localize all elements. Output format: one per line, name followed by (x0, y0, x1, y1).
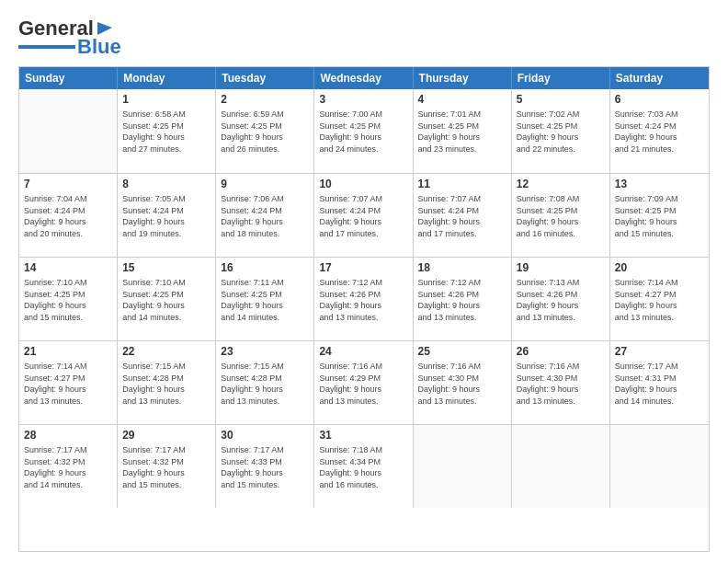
day-info: Sunrise: 7:18 AM Sunset: 4:34 PM Dayligh… (319, 444, 407, 490)
table-row: 28Sunrise: 7:17 AM Sunset: 4:32 PM Dayli… (19, 425, 118, 508)
day-info: Sunrise: 7:06 AM Sunset: 4:24 PM Dayligh… (221, 193, 309, 239)
table-row (610, 425, 709, 508)
table-row: 5Sunrise: 7:02 AM Sunset: 4:25 PM Daylig… (512, 89, 610, 173)
logo-bottom: Blue (18, 37, 121, 57)
day-number: 6 (615, 92, 704, 107)
day-number: 5 (517, 92, 605, 107)
calendar-body: 1Sunrise: 6:58 AM Sunset: 4:25 PM Daylig… (19, 89, 709, 508)
table-row (414, 425, 512, 508)
day-info: Sunrise: 7:09 AM Sunset: 4:25 PM Dayligh… (615, 193, 704, 239)
calendar-header: SundayMondayTuesdayWednesdayThursdayFrid… (19, 67, 709, 89)
day-info: Sunrise: 7:03 AM Sunset: 4:24 PM Dayligh… (615, 109, 704, 155)
day-info: Sunrise: 7:10 AM Sunset: 4:25 PM Dayligh… (122, 277, 210, 323)
day-number: 17 (319, 260, 407, 275)
table-row: 12Sunrise: 7:08 AM Sunset: 4:25 PM Dayli… (512, 174, 610, 257)
table-row: 17Sunrise: 7:12 AM Sunset: 4:26 PM Dayli… (314, 258, 413, 340)
day-info: Sunrise: 7:14 AM Sunset: 4:27 PM Dayligh… (24, 361, 112, 407)
day-number: 27 (615, 344, 704, 359)
calendar-week-4: 28Sunrise: 7:17 AM Sunset: 4:32 PM Dayli… (19, 424, 709, 508)
table-row: 31Sunrise: 7:18 AM Sunset: 4:34 PM Dayli… (314, 425, 413, 508)
calendar-week-0: 1Sunrise: 6:58 AM Sunset: 4:25 PM Daylig… (19, 89, 709, 173)
day-number: 1 (122, 92, 210, 107)
table-row (512, 425, 610, 508)
header-day-wednesday: Wednesday (314, 67, 413, 89)
logo-blue-text: Blue (77, 37, 121, 57)
day-info: Sunrise: 7:13 AM Sunset: 4:26 PM Dayligh… (517, 277, 605, 323)
day-info: Sunrise: 7:17 AM Sunset: 4:33 PM Dayligh… (221, 444, 309, 490)
day-info: Sunrise: 7:01 AM Sunset: 4:25 PM Dayligh… (418, 109, 506, 155)
table-row (19, 89, 118, 173)
header-day-friday: Friday (512, 67, 610, 89)
calendar-week-2: 14Sunrise: 7:10 AM Sunset: 4:25 PM Dayli… (19, 257, 709, 340)
table-row: 15Sunrise: 7:10 AM Sunset: 4:25 PM Dayli… (118, 258, 216, 340)
page: General Blue SundayMondayTuesdayWednesda… (0, 0, 728, 563)
day-number: 3 (319, 92, 407, 107)
day-number: 25 (418, 344, 506, 359)
calendar: SundayMondayTuesdayWednesdayThursdayFrid… (18, 66, 710, 552)
day-number: 18 (418, 260, 506, 275)
day-info: Sunrise: 7:16 AM Sunset: 4:29 PM Dayligh… (319, 361, 407, 407)
table-row: 9Sunrise: 7:06 AM Sunset: 4:24 PM Daylig… (216, 174, 314, 257)
day-info: Sunrise: 7:05 AM Sunset: 4:24 PM Dayligh… (122, 193, 210, 239)
header: General Blue (18, 17, 710, 57)
table-row: 18Sunrise: 7:12 AM Sunset: 4:26 PM Dayli… (414, 258, 512, 340)
table-row: 20Sunrise: 7:14 AM Sunset: 4:27 PM Dayli… (610, 258, 709, 340)
table-row: 7Sunrise: 7:04 AM Sunset: 4:24 PM Daylig… (19, 174, 118, 257)
header-day-tuesday: Tuesday (216, 67, 314, 89)
day-info: Sunrise: 7:10 AM Sunset: 4:25 PM Dayligh… (24, 277, 112, 323)
day-number: 14 (24, 260, 112, 275)
table-row: 1Sunrise: 6:58 AM Sunset: 4:25 PM Daylig… (118, 89, 216, 173)
table-row: 14Sunrise: 7:10 AM Sunset: 4:25 PM Dayli… (19, 258, 118, 340)
calendar-week-3: 21Sunrise: 7:14 AM Sunset: 4:27 PM Dayli… (19, 340, 709, 424)
table-row: 19Sunrise: 7:13 AM Sunset: 4:26 PM Dayli… (512, 258, 610, 340)
day-number: 9 (221, 177, 309, 191)
day-number: 26 (517, 344, 605, 359)
day-info: Sunrise: 7:17 AM Sunset: 4:32 PM Dayligh… (122, 444, 210, 490)
day-info: Sunrise: 7:12 AM Sunset: 4:26 PM Dayligh… (319, 277, 407, 323)
table-row: 11Sunrise: 7:07 AM Sunset: 4:24 PM Dayli… (414, 174, 512, 257)
table-row: 4Sunrise: 7:01 AM Sunset: 4:25 PM Daylig… (414, 89, 512, 173)
table-row: 3Sunrise: 7:00 AM Sunset: 4:25 PM Daylig… (314, 89, 413, 173)
header-day-monday: Monday (118, 67, 216, 89)
day-info: Sunrise: 7:07 AM Sunset: 4:24 PM Dayligh… (418, 193, 506, 239)
day-info: Sunrise: 7:11 AM Sunset: 4:25 PM Dayligh… (221, 277, 309, 323)
day-info: Sunrise: 7:04 AM Sunset: 4:24 PM Dayligh… (24, 193, 112, 239)
day-info: Sunrise: 7:00 AM Sunset: 4:25 PM Dayligh… (319, 109, 407, 155)
logo: General Blue (18, 17, 121, 57)
day-number: 11 (418, 177, 506, 191)
calendar-week-1: 7Sunrise: 7:04 AM Sunset: 4:24 PM Daylig… (19, 173, 709, 257)
day-info: Sunrise: 6:58 AM Sunset: 4:25 PM Dayligh… (122, 109, 210, 155)
day-info: Sunrise: 7:17 AM Sunset: 4:32 PM Dayligh… (24, 444, 112, 490)
day-number: 13 (615, 177, 704, 191)
logo-bar (18, 45, 75, 49)
day-number: 24 (319, 344, 407, 359)
table-row: 27Sunrise: 7:17 AM Sunset: 4:31 PM Dayli… (610, 341, 709, 424)
day-number: 2 (221, 92, 309, 107)
day-number: 20 (615, 260, 704, 275)
table-row: 13Sunrise: 7:09 AM Sunset: 4:25 PM Dayli… (610, 174, 709, 257)
table-row: 30Sunrise: 7:17 AM Sunset: 4:33 PM Dayli… (216, 425, 314, 508)
table-row: 24Sunrise: 7:16 AM Sunset: 4:29 PM Dayli… (314, 341, 413, 424)
table-row: 6Sunrise: 7:03 AM Sunset: 4:24 PM Daylig… (610, 89, 709, 173)
header-day-saturday: Saturday (610, 67, 709, 89)
day-info: Sunrise: 7:16 AM Sunset: 4:30 PM Dayligh… (517, 361, 605, 407)
day-info: Sunrise: 7:17 AM Sunset: 4:31 PM Dayligh… (615, 361, 704, 407)
day-number: 7 (24, 177, 112, 191)
table-row: 8Sunrise: 7:05 AM Sunset: 4:24 PM Daylig… (118, 174, 216, 257)
day-info: Sunrise: 7:14 AM Sunset: 4:27 PM Dayligh… (615, 277, 704, 323)
table-row: 23Sunrise: 7:15 AM Sunset: 4:28 PM Dayli… (216, 341, 314, 424)
table-row: 22Sunrise: 7:15 AM Sunset: 4:28 PM Dayli… (118, 341, 216, 424)
header-day-thursday: Thursday (414, 67, 512, 89)
day-number: 16 (221, 260, 309, 275)
table-row: 29Sunrise: 7:17 AM Sunset: 4:32 PM Dayli… (118, 425, 216, 508)
day-info: Sunrise: 7:02 AM Sunset: 4:25 PM Dayligh… (517, 109, 605, 155)
day-info: Sunrise: 7:15 AM Sunset: 4:28 PM Dayligh… (221, 361, 309, 407)
header-day-sunday: Sunday (19, 67, 118, 89)
day-number: 21 (24, 344, 112, 359)
day-number: 12 (517, 177, 605, 191)
table-row: 16Sunrise: 7:11 AM Sunset: 4:25 PM Dayli… (216, 258, 314, 340)
table-row: 25Sunrise: 7:16 AM Sunset: 4:30 PM Dayli… (414, 341, 512, 424)
day-number: 8 (122, 177, 210, 191)
day-info: Sunrise: 7:07 AM Sunset: 4:24 PM Dayligh… (319, 193, 407, 239)
day-info: Sunrise: 7:16 AM Sunset: 4:30 PM Dayligh… (418, 361, 506, 407)
